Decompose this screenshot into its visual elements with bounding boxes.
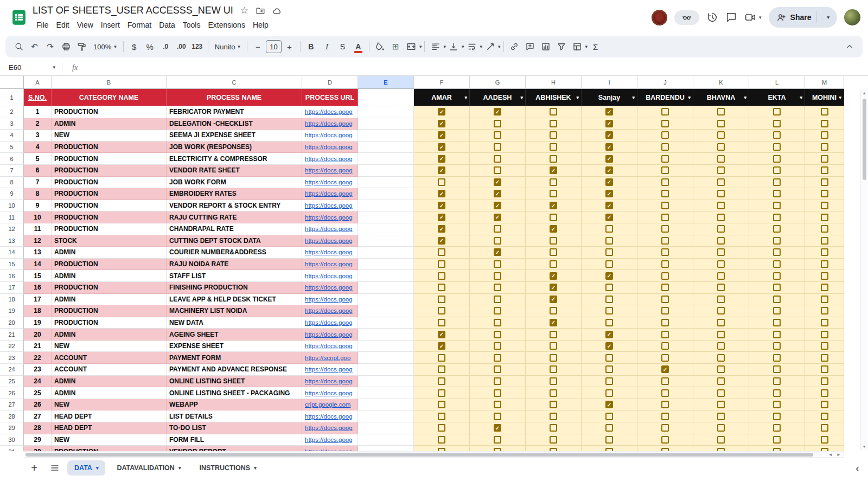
cell-access-abhishek[interactable] xyxy=(526,247,582,259)
cell-access-ekta[interactable] xyxy=(749,211,805,223)
access-checkbox[interactable] xyxy=(438,296,445,303)
menu-tools[interactable]: Tools xyxy=(179,20,205,30)
cell-access-mohini[interactable] xyxy=(805,235,844,247)
cell-access-bhavna[interactable] xyxy=(693,364,749,376)
access-checkbox[interactable] xyxy=(661,190,669,197)
access-checkbox[interactable] xyxy=(550,120,557,127)
access-checkbox[interactable]: ✓ xyxy=(605,401,613,408)
cell-access-mohini[interactable] xyxy=(805,364,844,376)
access-checkbox[interactable] xyxy=(438,448,445,451)
access-checkbox[interactable] xyxy=(438,401,445,408)
cell-access-bardendu[interactable] xyxy=(637,235,693,247)
access-checkbox[interactable] xyxy=(550,413,557,420)
access-checkbox[interactable] xyxy=(773,272,781,280)
cell-access-amar[interactable]: ✓ xyxy=(414,200,470,212)
functions-button[interactable]: Σ xyxy=(588,40,603,54)
cell-url[interactable]: https://docs.goog xyxy=(302,329,358,341)
cell-e[interactable] xyxy=(358,387,414,399)
cell-access-bardendu[interactable] xyxy=(637,329,693,341)
access-checkbox[interactable] xyxy=(438,389,445,397)
access-checkbox[interactable]: ✓ xyxy=(605,342,613,350)
cell-process[interactable]: VENDOR REPORT & STOCK ENTRY xyxy=(167,200,302,212)
cell-access-amar[interactable] xyxy=(414,399,470,411)
access-checkbox[interactable] xyxy=(494,354,501,362)
row-number[interactable]: 21 xyxy=(0,329,24,341)
cell-access-ekta[interactable] xyxy=(749,399,805,411)
strikethrough-button[interactable]: S xyxy=(335,40,350,54)
cell-access-aadesh[interactable] xyxy=(470,364,526,376)
cell-url[interactable]: https://docs.goog xyxy=(302,200,358,212)
cell-access-amar[interactable]: ✓ xyxy=(414,142,470,153)
cell-access-amar[interactable]: ✓ xyxy=(414,165,470,177)
access-checkbox[interactable]: ✓ xyxy=(438,225,445,233)
cell-access-abhishek[interactable]: ✓ xyxy=(526,294,582,306)
column-header-H[interactable]: H xyxy=(526,76,582,89)
cell-url[interactable]: https://docs.goog xyxy=(302,259,358,271)
cell-process[interactable]: TO-DO LIST xyxy=(167,422,302,434)
cell-access-sanjay[interactable]: ✓ xyxy=(582,188,637,200)
cell-process[interactable]: ONLINE LISTING SHEET xyxy=(167,376,302,388)
cell-access-amar[interactable] xyxy=(414,387,470,399)
header-url[interactable]: PROCESS URL xyxy=(302,89,358,106)
cell-access-abhishek[interactable]: ✓ xyxy=(526,200,582,212)
cell-url[interactable]: https://docs.goog xyxy=(302,294,358,306)
access-checkbox[interactable] xyxy=(717,120,725,127)
process-url-link[interactable]: https://docs.goog xyxy=(305,190,353,197)
redo-button[interactable]: ↷ xyxy=(43,40,58,54)
access-checkbox[interactable] xyxy=(773,178,781,186)
cell-access-sanjay[interactable] xyxy=(582,282,637,294)
access-checkbox[interactable] xyxy=(773,448,781,451)
cell-access-sanjay[interactable]: ✓ xyxy=(582,211,637,223)
access-checkbox[interactable] xyxy=(605,284,613,291)
access-checkbox[interactable] xyxy=(717,214,725,221)
cell-access-abhishek[interactable] xyxy=(526,188,582,200)
cell-access-bardendu[interactable] xyxy=(637,200,693,212)
cell-e[interactable] xyxy=(358,118,414,130)
cell-access-abhishek[interactable] xyxy=(526,364,582,376)
access-checkbox[interactable] xyxy=(821,178,828,186)
access-checkbox[interactable] xyxy=(438,284,445,291)
cell-category[interactable]: PRODUCTION xyxy=(52,259,167,271)
cell-sno[interactable]: 25 xyxy=(24,387,52,399)
cell-category[interactable]: HEAD DEPT xyxy=(52,410,167,422)
cell-process[interactable]: RAJU NOIDA RATE xyxy=(167,259,302,271)
cell-access-ekta[interactable] xyxy=(749,422,805,434)
access-checkbox[interactable] xyxy=(605,237,613,245)
cell-category[interactable]: HEAD DEPT xyxy=(52,422,167,434)
row-number[interactable]: 17 xyxy=(0,282,24,294)
cell-sno[interactable]: 17 xyxy=(24,294,52,306)
document-title[interactable]: LIST OF SHEETS_USER ACCESSS_NEW UI xyxy=(33,5,233,16)
access-checkbox[interactable] xyxy=(821,260,828,268)
cell-access-ekta[interactable] xyxy=(749,130,805,142)
access-checkbox[interactable] xyxy=(605,319,613,326)
access-checkbox[interactable] xyxy=(494,377,501,385)
cell-access-aadesh[interactable] xyxy=(470,142,526,153)
cell-access-bhavna[interactable] xyxy=(693,376,749,388)
row-number[interactable]: 29 xyxy=(0,422,24,434)
cell-access-aadesh[interactable] xyxy=(470,434,526,446)
cell-access-bardendu[interactable] xyxy=(637,282,693,294)
access-checkbox[interactable] xyxy=(717,248,725,256)
access-checkbox[interactable]: ✓ xyxy=(438,202,445,209)
access-checkbox[interactable] xyxy=(717,296,725,303)
access-checkbox[interactable] xyxy=(773,143,781,151)
cell-category[interactable]: ADMIN xyxy=(52,387,167,399)
cell-access-amar[interactable]: ✓ xyxy=(414,118,470,130)
cell-access-bhavna[interactable] xyxy=(693,446,749,451)
cell-access-sanjay[interactable] xyxy=(582,223,637,235)
meet-video-icon[interactable]: ▾ xyxy=(744,11,762,23)
access-checkbox[interactable] xyxy=(661,331,669,338)
cell-access-abhishek[interactable] xyxy=(526,434,582,446)
cell-access-bhavna[interactable] xyxy=(693,259,749,271)
access-checkbox[interactable] xyxy=(661,307,669,314)
access-checkbox[interactable] xyxy=(605,260,613,268)
access-checkbox[interactable] xyxy=(605,296,613,303)
column-header-M[interactable]: M xyxy=(805,76,844,89)
cell-access-bardendu[interactable] xyxy=(637,259,693,271)
dropdown-caret-icon[interactable]: ▾ xyxy=(800,95,802,100)
access-checkbox[interactable]: ✓ xyxy=(605,131,613,139)
access-checkbox[interactable]: ✓ xyxy=(605,214,613,221)
cell-category[interactable]: ACCOUNT xyxy=(52,364,167,376)
cell-access-ekta[interactable] xyxy=(749,223,805,235)
version-history-icon[interactable] xyxy=(706,11,718,23)
